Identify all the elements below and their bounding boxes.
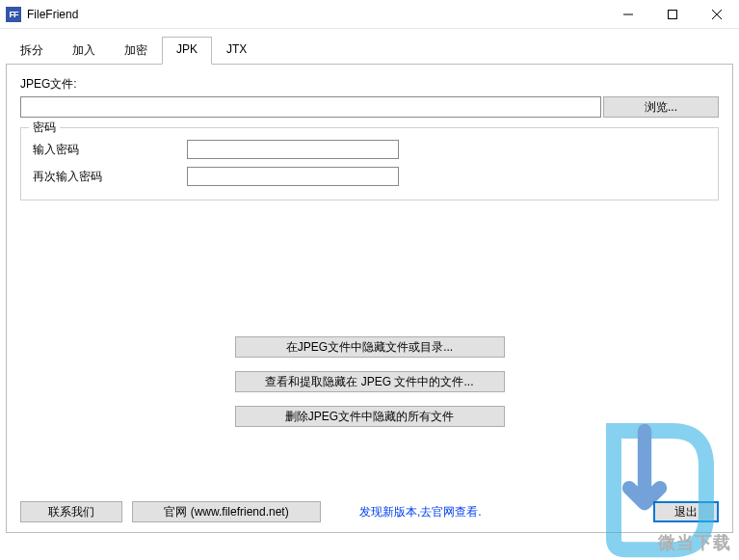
- tab-join[interactable]: 加入: [58, 37, 110, 65]
- center-actions: 在JPEG文件中隐藏文件或目录... 查看和提取隐藏在 JPEG 文件中的文件.…: [7, 336, 732, 427]
- password-input[interactable]: [187, 140, 399, 159]
- app-icon: FF: [6, 7, 21, 22]
- update-link[interactable]: 发现新版本,去官网查看.: [359, 504, 644, 520]
- window-controls: [606, 0, 739, 28]
- contact-button[interactable]: 联系我们: [20, 501, 122, 522]
- tab-encrypt[interactable]: 加密: [110, 37, 162, 65]
- tab-split[interactable]: 拆分: [6, 37, 58, 65]
- bottom-bar: 联系我们 官网 (www.filefriend.net) 发现新版本,去官网查看…: [20, 501, 719, 522]
- confirm-password-label: 再次输入密码: [33, 169, 187, 185]
- extract-files-button[interactable]: 查看和提取隐藏在 JPEG 文件中的文件...: [235, 371, 505, 392]
- tab-jtx[interactable]: JTX: [212, 37, 261, 65]
- password-label: 输入密码: [33, 142, 187, 158]
- delete-files-button[interactable]: 删除JPEG文件中隐藏的所有文件: [235, 406, 505, 427]
- close-button[interactable]: [695, 0, 739, 28]
- watermark-brand: 微当下载: [658, 531, 731, 554]
- tab-strip: 拆分 加入 加密 JPK JTX: [6, 37, 733, 65]
- confirm-password-input[interactable]: [187, 167, 399, 186]
- password-group-title: 密码: [29, 120, 60, 136]
- maximize-button[interactable]: [650, 0, 695, 28]
- minimize-button[interactable]: [606, 0, 650, 28]
- jpeg-file-label: JPEG文件:: [20, 76, 719, 93]
- jpk-page: JPEG文件: 浏览... 密码 输入密码 再次输入密码 在JPEG文件中隐藏文…: [6, 64, 733, 533]
- jpeg-file-input[interactable]: [20, 96, 601, 118]
- hide-files-button[interactable]: 在JPEG文件中隐藏文件或目录...: [235, 336, 505, 358]
- window-title: FileFriend: [27, 8, 606, 21]
- tab-jpk[interactable]: JPK: [162, 37, 212, 65]
- website-button[interactable]: 官网 (www.filefriend.net): [132, 501, 321, 522]
- exit-button[interactable]: 退出: [653, 501, 719, 522]
- svg-rect-1: [669, 10, 677, 18]
- file-row: 浏览...: [20, 96, 719, 118]
- password-group: 密码 输入密码 再次输入密码: [20, 127, 719, 200]
- confirm-password-row: 再次输入密码: [33, 167, 706, 186]
- password-row: 输入密码: [33, 140, 706, 159]
- title-bar: FF FileFriend: [0, 0, 739, 29]
- browse-button[interactable]: 浏览...: [603, 96, 719, 118]
